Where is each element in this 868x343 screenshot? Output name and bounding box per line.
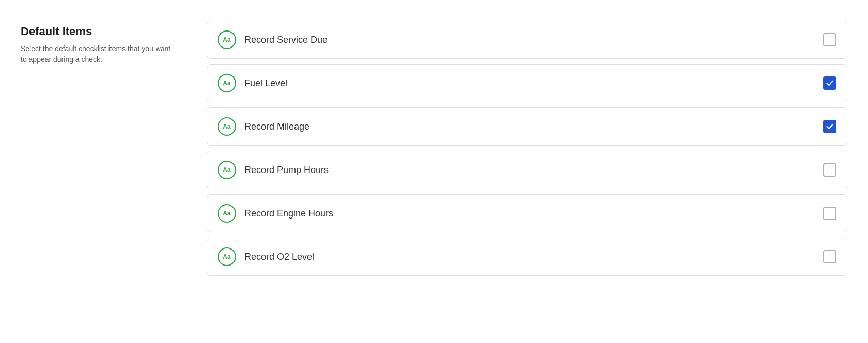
item-label-record-pump-hours: Record Pump Hours xyxy=(244,165,329,176)
checkbox-record-engine-hours[interactable] xyxy=(823,207,836,220)
checklist-item-record-engine-hours[interactable]: AaRecord Engine Hours xyxy=(207,194,847,232)
section-title: Default Items xyxy=(21,25,176,38)
checkbox-record-mileage[interactable] xyxy=(823,120,836,133)
checkbox-record-o2-level[interactable] xyxy=(823,250,836,263)
item-label-record-mileage: Record Mileage xyxy=(244,121,309,132)
aa-icon-record-mileage: Aa xyxy=(218,117,236,136)
page-container: Default Items Select the default checkli… xyxy=(21,21,847,276)
aa-icon-record-pump-hours: Aa xyxy=(218,161,236,179)
item-label-fuel-level: Fuel Level xyxy=(244,78,287,89)
checklist-item-record-pump-hours[interactable]: AaRecord Pump Hours xyxy=(207,151,847,189)
aa-icon-fuel-level: Aa xyxy=(218,74,236,92)
checkbox-record-pump-hours[interactable] xyxy=(823,163,836,177)
checklist-item-fuel-level[interactable]: AaFuel Level xyxy=(207,64,847,102)
checklist-item-record-mileage[interactable]: AaRecord Mileage xyxy=(207,107,847,146)
checklist-panel: AaRecord Service DueAaFuel Level AaRecor… xyxy=(207,21,847,276)
section-description: Select the default checklist items that … xyxy=(21,43,176,65)
item-label-record-service-due: Record Service Due xyxy=(244,35,328,45)
item-label-record-o2-level: Record O2 Level xyxy=(244,252,314,262)
checkbox-record-service-due[interactable] xyxy=(823,33,836,46)
aa-icon-record-service-due: Aa xyxy=(218,30,236,49)
aa-icon-record-o2-level: Aa xyxy=(218,247,236,266)
aa-icon-record-engine-hours: Aa xyxy=(218,204,236,223)
checkbox-fuel-level[interactable] xyxy=(823,76,836,90)
left-panel: Default Items Select the default checkli… xyxy=(21,21,176,65)
item-label-record-engine-hours: Record Engine Hours xyxy=(244,208,333,219)
checklist-item-record-o2-level[interactable]: AaRecord O2 Level xyxy=(207,238,847,276)
checklist-item-record-service-due[interactable]: AaRecord Service Due xyxy=(207,21,847,59)
